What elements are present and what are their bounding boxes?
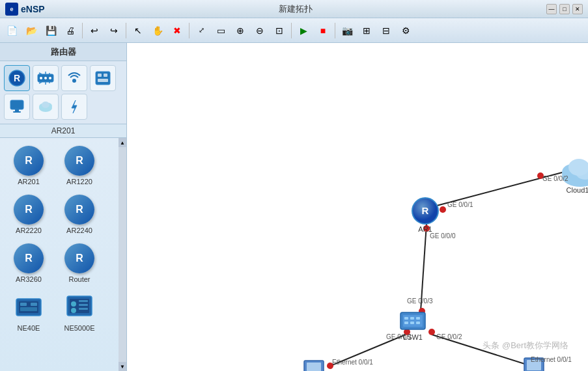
svg-rect-13 bbox=[96, 72, 110, 85]
device-list: R AR201 R AR1220 R AR2220 R AR2240 R bbox=[0, 138, 119, 340]
device-list-scrollbar[interactable]: ▲ ▼ bbox=[119, 138, 126, 371]
toolbar-sep-5 bbox=[335, 23, 335, 38]
device-type-switch[interactable] bbox=[33, 65, 59, 91]
svg-text:R: R bbox=[422, 205, 429, 216]
svg-point-32 bbox=[71, 301, 76, 307]
run-button[interactable]: ▶ bbox=[294, 21, 313, 40]
svg-rect-57 bbox=[404, 322, 408, 324]
svg-marker-24 bbox=[72, 100, 77, 113]
grid-button[interactable]: ⊟ bbox=[377, 21, 395, 40]
device-icon-router: R bbox=[64, 243, 94, 273]
topology-button[interactable]: ⊞ bbox=[357, 21, 376, 40]
device-label-ne40e: NE40E bbox=[18, 324, 40, 332]
device-item-ne40e[interactable]: NE40E bbox=[5, 290, 52, 335]
zoom-out-button[interactable]: ⊖ bbox=[251, 21, 269, 40]
svg-rect-14 bbox=[98, 74, 102, 77]
logo-icon: e bbox=[5, 3, 18, 16]
device-label-ar201: AR201 bbox=[18, 178, 40, 186]
svg-rect-53 bbox=[403, 315, 423, 327]
pan-button[interactable]: ✋ bbox=[148, 21, 167, 40]
svg-point-46 bbox=[428, 329, 435, 335]
print-button[interactable]: 🖨 bbox=[61, 21, 79, 40]
device-item-ne5000e[interactable]: NE5000E bbox=[56, 290, 103, 335]
port-label-pc2-eth: Ethernet 0/0/1 bbox=[531, 356, 572, 363]
redo-button[interactable]: ↪ bbox=[105, 21, 123, 40]
svg-rect-19 bbox=[13, 111, 21, 113]
node-pc1[interactable]: PC1 bbox=[304, 361, 324, 371]
device-icon-ar2220: R bbox=[14, 195, 44, 225]
minimize-button[interactable]: — bbox=[546, 4, 557, 14]
device-type-wireless[interactable] bbox=[61, 65, 87, 91]
svg-rect-16 bbox=[98, 79, 108, 82]
close-button[interactable]: ✕ bbox=[572, 4, 583, 14]
device-label-ar1220: AR1220 bbox=[66, 178, 92, 186]
connect-button[interactable]: ⤢ bbox=[192, 21, 210, 40]
svg-point-33 bbox=[71, 308, 76, 313]
scroll-up-arrow[interactable]: ▲ bbox=[119, 138, 126, 147]
device-label-ar2240: AR2240 bbox=[66, 227, 92, 234]
area-select-button[interactable]: ▭ bbox=[212, 21, 230, 40]
svg-rect-18 bbox=[15, 109, 19, 111]
svg-point-42 bbox=[440, 206, 446, 213]
device-type-firewall[interactable] bbox=[90, 65, 116, 91]
device-item-ar201[interactable]: R AR201 bbox=[5, 143, 52, 188]
device-label-ne5000e: NE5000E bbox=[64, 324, 94, 332]
new-file-button[interactable]: 📄 bbox=[3, 21, 21, 40]
device-type-cloud[interactable] bbox=[33, 94, 59, 120]
scroll-down-arrow[interactable]: ▼ bbox=[119, 362, 126, 371]
svg-text:R: R bbox=[14, 73, 20, 83]
device-icon-ar2240: R bbox=[64, 195, 94, 225]
device-item-ar2220[interactable]: R AR2220 bbox=[5, 192, 52, 237]
svg-rect-59 bbox=[416, 322, 420, 324]
settings-button[interactable]: ⚙ bbox=[397, 21, 415, 40]
svg-rect-27 bbox=[20, 303, 27, 306]
port-label-cloud1-ge002: GE 0/0/2 bbox=[542, 175, 568, 182]
undo-button[interactable]: ↩ bbox=[85, 21, 104, 40]
delete-button[interactable]: ✖ bbox=[168, 21, 186, 40]
device-item-router[interactable]: R Router bbox=[56, 241, 103, 286]
svg-point-23 bbox=[42, 102, 49, 108]
device-item-ar3260[interactable]: R AR3260 bbox=[5, 241, 52, 286]
device-type-router[interactable]: R bbox=[4, 65, 30, 91]
svg-point-5 bbox=[49, 77, 51, 79]
toolbar: 📄 📂 💾 🖨 ↩ ↪ ↖ ✋ ✖ ⤢ ▭ ⊕ ⊖ ⊡ ▶ ■ 📷 ⊞ ⊟ ⚙ bbox=[0, 18, 588, 43]
select-button[interactable]: ↖ bbox=[129, 21, 147, 40]
open-button[interactable]: 📂 bbox=[22, 21, 40, 40]
fit-button[interactable]: ⊡ bbox=[270, 21, 288, 40]
device-type-icons: R bbox=[0, 61, 126, 124]
svg-rect-68 bbox=[307, 363, 321, 371]
svg-rect-35 bbox=[79, 304, 88, 306]
stop-button[interactable]: ■ bbox=[314, 21, 332, 40]
toolbar-sep-4 bbox=[291, 23, 292, 38]
svg-rect-17 bbox=[10, 100, 23, 109]
device-item-ar2240[interactable]: R AR2240 bbox=[56, 192, 103, 237]
device-label-ar2220: AR2220 bbox=[16, 227, 42, 234]
toolbar-sep-2 bbox=[126, 23, 126, 38]
svg-rect-58 bbox=[410, 322, 414, 324]
device-type-power[interactable] bbox=[61, 94, 87, 120]
save-button[interactable]: 💾 bbox=[42, 21, 60, 40]
window-title: 新建拓扑 bbox=[279, 3, 313, 15]
svg-text:Cloud1: Cloud1 bbox=[567, 186, 588, 194]
svg-rect-54 bbox=[404, 317, 408, 320]
network-canvas[interactable]: R AR1 LSW1 bbox=[127, 43, 588, 371]
window-controls: — □ ✕ bbox=[546, 4, 583, 14]
zoom-in-button[interactable]: ⊕ bbox=[231, 21, 249, 40]
left-panel: 路由器 R bbox=[0, 43, 127, 371]
title-bar: e eNSP 新建拓扑 — □ ✕ bbox=[0, 0, 588, 18]
device-icon-ar3260: R bbox=[14, 243, 44, 273]
capture-button[interactable]: 📷 bbox=[338, 21, 356, 40]
maximize-button[interactable]: □ bbox=[559, 4, 570, 14]
port-label-ar1-ge000: GE 0/0/0 bbox=[430, 232, 456, 240]
port-label-lsw1-ge003: GE 0/0/3 bbox=[407, 297, 433, 305]
toolbar-sep-3 bbox=[189, 23, 189, 38]
port-label-pc1-eth: Ethernet 0/0/1 bbox=[332, 359, 373, 366]
main-area: 路由器 R bbox=[0, 43, 588, 371]
svg-rect-36 bbox=[79, 308, 88, 310]
app-logo: e eNSP bbox=[5, 3, 45, 16]
selected-device-name: AR201 bbox=[0, 124, 126, 138]
node-ar1[interactable]: R AR1 bbox=[412, 198, 438, 233]
device-item-ar1220[interactable]: R AR1220 bbox=[56, 143, 103, 188]
device-type-pc[interactable] bbox=[4, 94, 30, 120]
svg-rect-34 bbox=[79, 300, 88, 302]
